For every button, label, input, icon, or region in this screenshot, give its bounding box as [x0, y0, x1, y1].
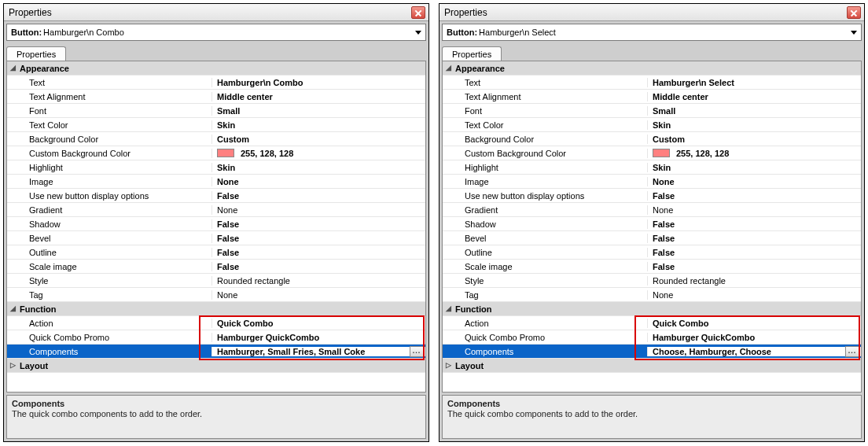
object-selector-dropdown[interactable]: Button: Hamburger\n Select	[442, 24, 862, 41]
prop-row-background-color[interactable]: .Background ColorCustom	[7, 132, 425, 146]
close-icon[interactable]	[847, 6, 861, 19]
description-title: Components	[447, 399, 856, 408]
window-title: Properties	[9, 7, 52, 18]
prop-row-bevel[interactable]: .BevelFalse	[7, 231, 425, 245]
ellipsis-button[interactable]: ...	[845, 347, 859, 356]
collapse-icon[interactable]: ◢	[7, 305, 18, 312]
prop-row-bevel[interactable]: .BevelFalse	[443, 231, 861, 245]
selector-value: Hamburger\n Select	[479, 28, 851, 37]
description-body: The quick combo components to add to the…	[12, 409, 421, 418]
collapse-icon[interactable]: ◢	[7, 65, 18, 72]
prop-row-shadow[interactable]: .ShadowFalse	[443, 217, 861, 231]
titlebar: Properties	[440, 4, 864, 21]
category-layout[interactable]: ▷Layout	[7, 359, 425, 373]
prop-row-quick-combo-promo[interactable]: .Quick Combo PromoHamburger QuickCombo	[7, 330, 425, 345]
prop-row-use-new-button-display-options[interactable]: .Use new button display optionsFalse	[7, 189, 425, 203]
color-swatch	[217, 149, 234, 157]
ellipsis-button[interactable]: ...	[410, 347, 424, 356]
tab-properties[interactable]: Properties	[6, 46, 66, 61]
tab-strip: Properties	[6, 43, 426, 61]
prop-row-components[interactable]: .ComponentsChoose, Hamburger, Choose...	[443, 345, 861, 359]
prop-row-text-alignment[interactable]: .Text AlignmentMiddle center	[7, 90, 425, 104]
prop-row-use-new-button-display-options[interactable]: .Use new button display optionsFalse	[443, 189, 861, 203]
prop-row-font[interactable]: .FontSmall	[7, 104, 425, 118]
prop-row-image[interactable]: .ImageNone	[7, 175, 425, 189]
expand-icon[interactable]: ▷	[443, 362, 454, 369]
prop-row-text[interactable]: .TextHamburger\n Combo	[7, 76, 425, 90]
collapse-icon[interactable]: ◢	[443, 305, 454, 312]
properties-panel-right: Properties Button: Hamburger\n Select Pr…	[439, 3, 865, 442]
prop-row-gradient[interactable]: .GradientNone	[443, 203, 861, 217]
prop-row-tag[interactable]: .TagNone	[443, 288, 861, 302]
category-function[interactable]: ◢Function	[7, 302, 425, 316]
prop-row-shadow[interactable]: .ShadowFalse	[7, 217, 425, 231]
prop-row-style[interactable]: .StyleRounded rectangle	[7, 274, 425, 288]
close-icon[interactable]	[411, 6, 425, 19]
prop-row-custom-background-color[interactable]: .Custom Background Color255, 128, 128	[7, 146, 425, 160]
prop-row-highlight[interactable]: .HighlightSkin	[7, 160, 425, 175]
collapse-icon[interactable]: ◢	[443, 65, 454, 72]
color-swatch	[653, 149, 670, 157]
chevron-down-icon	[415, 31, 421, 35]
dual-panel-canvas: Properties Button: Hamburger\n Combo Pro…	[0, 0, 868, 445]
prop-row-action[interactable]: .ActionQuick Combo	[443, 316, 861, 330]
prop-row-style[interactable]: .StyleRounded rectangle	[443, 274, 861, 288]
prop-row-scale-image[interactable]: .Scale imageFalse	[7, 260, 425, 274]
property-grid: ◢Appearance .TextHamburger\n Select .Tex…	[442, 61, 862, 393]
expand-icon[interactable]: ▷	[7, 362, 18, 369]
prop-row-gradient[interactable]: .GradientNone	[7, 203, 425, 217]
prop-row-background-color[interactable]: .Background ColorCustom	[443, 132, 861, 146]
prop-row-image[interactable]: .ImageNone	[443, 175, 861, 189]
prop-row-text[interactable]: .TextHamburger\n Select	[443, 76, 861, 90]
prop-row-tag[interactable]: .TagNone	[7, 288, 425, 302]
prop-row-font[interactable]: .FontSmall	[443, 104, 861, 118]
selector-prefix: Button:	[11, 28, 42, 37]
prop-row-text-color[interactable]: .Text ColorSkin	[7, 118, 425, 132]
prop-row-outline[interactable]: .OutlineFalse	[443, 245, 861, 260]
prop-row-action[interactable]: .ActionQuick Combo	[7, 316, 425, 330]
titlebar: Properties	[4, 4, 428, 21]
description-title: Components	[12, 399, 421, 408]
selector-prefix: Button:	[447, 28, 477, 37]
prop-row-quick-combo-promo[interactable]: .Quick Combo PromoHamburger QuickCombo	[443, 330, 861, 345]
description-body: The quick combo components to add to the…	[447, 409, 856, 418]
prop-row-scale-image[interactable]: .Scale imageFalse	[443, 260, 861, 274]
tab-strip: Properties	[442, 43, 862, 61]
window-title: Properties	[444, 7, 487, 18]
prop-row-components[interactable]: .ComponentsHamburger, Small Fries, Small…	[7, 345, 425, 359]
category-layout[interactable]: ▷Layout	[443, 359, 861, 373]
chevron-down-icon	[851, 31, 857, 35]
properties-panel-left: Properties Button: Hamburger\n Combo Pro…	[3, 3, 429, 442]
prop-row-text-alignment[interactable]: .Text AlignmentMiddle center	[443, 90, 861, 104]
category-appearance[interactable]: ◢Appearance	[443, 61, 861, 76]
category-function[interactable]: ◢Function	[443, 302, 861, 316]
description-pane: Components The quick combo components to…	[442, 395, 862, 439]
tab-properties[interactable]: Properties	[442, 46, 502, 61]
prop-row-text-color[interactable]: .Text ColorSkin	[443, 118, 861, 132]
property-grid: ◢Appearance .TextHamburger\n Combo .Text…	[6, 61, 426, 393]
prop-row-highlight[interactable]: .HighlightSkin	[443, 160, 861, 175]
object-selector-dropdown[interactable]: Button: Hamburger\n Combo	[6, 24, 426, 41]
selector-value: Hamburger\n Combo	[43, 28, 415, 37]
prop-row-outline[interactable]: .OutlineFalse	[7, 245, 425, 260]
prop-row-custom-background-color[interactable]: .Custom Background Color255, 128, 128	[443, 146, 861, 160]
category-appearance[interactable]: ◢Appearance	[7, 61, 425, 76]
description-pane: Components The quick combo components to…	[6, 395, 426, 439]
